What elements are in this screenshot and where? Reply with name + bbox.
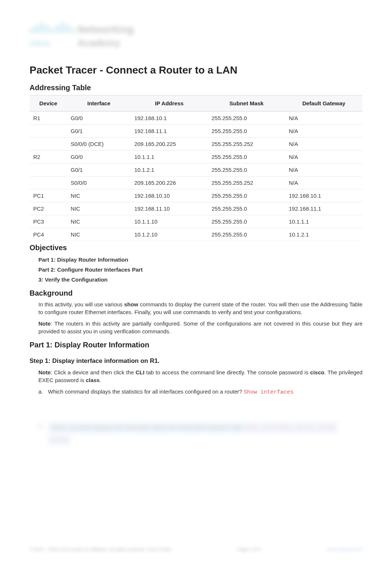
table-cell: 255.255.255.0: [208, 112, 285, 125]
table-cell: 10.1.2.10: [131, 228, 208, 241]
footer-center: Page 1 of 4: [238, 547, 260, 553]
table-cell: PC4: [30, 228, 67, 241]
logo-text-line1: Networking: [78, 22, 134, 37]
background-paragraph: In this activity, you will use various s…: [38, 300, 362, 316]
blurred-question: Which command displays the information a…: [48, 422, 338, 433]
table-cell: 192.168.10.1: [131, 112, 208, 125]
footer-right: www.netacad.com: [327, 547, 362, 553]
table-cell: 10.1.1.1: [285, 215, 362, 228]
page-footer: © 2013 - 2018 Cisco and/or its affiliate…: [30, 547, 362, 553]
note-label: Note: [38, 369, 51, 375]
blurred-answer-cont: 0/0/0: [48, 435, 71, 446]
question-letter: b.: [38, 422, 48, 433]
table-cell: N/A: [285, 176, 362, 189]
note-seg: tab to access the command line directly.…: [144, 369, 310, 375]
table-cell: N/A: [285, 163, 362, 176]
table-cell: 255.255.255.0: [208, 125, 285, 137]
table-cell: PC3: [30, 215, 67, 228]
th-mask: Subnet Mask: [208, 95, 285, 112]
table-cell: 192.168.10.10: [131, 189, 208, 202]
table-cell: PC1: [30, 189, 67, 202]
cli-bold: CLI: [135, 369, 144, 375]
step1-note: Note: Click a device and then click the …: [38, 368, 362, 384]
objective-item: Part 1: Display Router Information: [38, 256, 362, 263]
table-cell: N/A: [285, 125, 362, 137]
cisco-bars-icon: [30, 22, 75, 35]
question-a: a. Which command displays the statistics…: [38, 388, 362, 396]
table-cell: 255.255.255.252: [208, 176, 285, 189]
table-cell: 10.1.1.10: [131, 215, 208, 228]
table-cell: 209.165.200.225: [131, 137, 208, 150]
table-cell: R1: [30, 112, 67, 125]
addressing-table-heading: Addressing Table: [30, 82, 362, 93]
table-cell: 192.168.11.1: [131, 125, 208, 137]
note-seg: .: [100, 377, 101, 383]
note-label: Note: [38, 320, 51, 327]
table-cell: NIC: [67, 189, 131, 202]
table-cell: S0/0/0 (DCE): [67, 137, 131, 150]
table-cell: S0/0/0: [67, 176, 131, 189]
table-cell: 192.168.11.1: [285, 202, 362, 215]
table-row: PC3NIC10.1.1.10255.255.255.010.1.1.1: [30, 215, 362, 228]
blurred-content: b. Which command displays the informatio…: [38, 422, 362, 446]
table-cell: 255.255.255.252: [208, 137, 285, 150]
table-row: S0/0/0209.165.200.226255.255.255.252N/A: [30, 176, 362, 189]
bg-text: In this activity, you will use various: [38, 301, 124, 307]
objectives-list: Part 1: Display Router Information Part …: [38, 256, 362, 283]
note-body: : The routers in this activity are parti…: [38, 320, 362, 334]
bg-show-bold: show: [124, 301, 138, 307]
objectives-heading: Objectives: [30, 242, 362, 253]
logo-brand: cisco: [30, 38, 50, 49]
background-note: Note: The routers in this activity are p…: [38, 320, 362, 335]
table-row: PC1NIC192.168.10.10255.255.255.0192.168.…: [30, 189, 362, 202]
table-cell: [30, 125, 67, 137]
background-heading: Background: [30, 288, 362, 298]
table-cell: 10.1.2.1: [131, 163, 208, 176]
table-row: PC2NIC192.168.11.10255.255.255.0192.168.…: [30, 202, 362, 215]
table-cell: 255.255.255.0: [208, 228, 285, 241]
table-cell: 255.255.255.0: [208, 189, 285, 202]
part1-heading: Part 1: Display Router Information: [30, 340, 362, 350]
table-cell: 255.255.255.0: [208, 215, 285, 228]
table-cell: NIC: [67, 228, 131, 241]
table-row: S0/0/0 (DCE)209.165.200.225255.255.255.2…: [30, 137, 362, 150]
table-cell: NIC: [67, 202, 131, 215]
table-cell: G0/0: [67, 150, 131, 163]
table-cell: N/A: [285, 112, 362, 125]
cisco-bold: cisco: [310, 369, 324, 375]
table-cell: 209.165.200.226: [131, 176, 208, 189]
table-cell: 10.1.2.1: [285, 228, 362, 241]
table-row: R2G0/010.1.1.1255.255.255.0N/A: [30, 150, 362, 163]
table-header-row: Device Interface IP Address Subnet Mask …: [30, 95, 362, 112]
table-cell: 192.168.11.10: [131, 202, 208, 215]
objective-item: Part 2: Configure Router Interfaces Part: [38, 266, 362, 273]
class-bold: class: [86, 377, 100, 383]
step1-heading: Step 1: Display interface information on…: [30, 357, 362, 365]
table-cell: G0/0: [67, 112, 131, 125]
table-cell: PC2: [30, 202, 67, 215]
addressing-table: Device Interface IP Address Subnet Mask …: [30, 95, 362, 241]
table-cell: 255.255.255.0: [208, 150, 285, 163]
th-gateway: Default Gateway: [285, 95, 362, 112]
page-title: Packet Tracer - Connect a Router to a LA…: [30, 63, 362, 77]
th-device: Device: [30, 95, 67, 112]
question-text: Which command displays the statistics fo…: [48, 388, 244, 395]
blurred-text: Which command displays the information a…: [51, 424, 244, 431]
table-cell: R2: [30, 150, 67, 163]
th-ip: IP Address: [131, 95, 208, 112]
table-cell: [30, 137, 67, 150]
blurred-answer: Show interface serial 0/0/0: [245, 425, 335, 431]
table-cell: 10.1.1.1: [131, 150, 208, 163]
footer-left: © 2013 - 2018 Cisco and/or its affiliate…: [30, 547, 171, 553]
table-cell: 192.168.10.1: [285, 189, 362, 202]
logo-text-line2: Academy: [78, 36, 120, 50]
table-cell: N/A: [285, 150, 362, 163]
table-row: R1G0/0192.168.10.1255.255.255.0N/A: [30, 112, 362, 125]
note-seg: : Click a device and then click the: [51, 369, 135, 375]
answer-text: Show interfaces: [244, 389, 293, 395]
table-cell: NIC: [67, 215, 131, 228]
table-cell: [30, 176, 67, 189]
table-cell: [30, 163, 67, 176]
table-cell: 255.255.255.0: [208, 202, 285, 215]
table-cell: G0/1: [67, 163, 131, 176]
